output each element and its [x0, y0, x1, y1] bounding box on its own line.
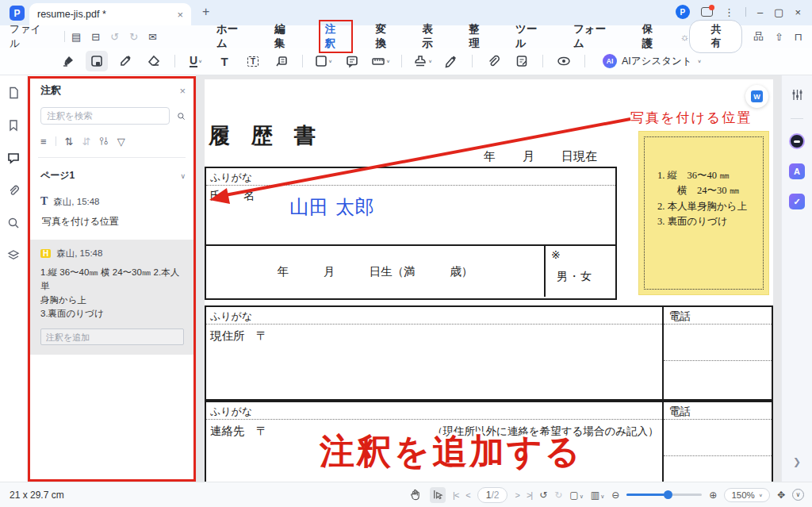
comment-balloon-icon[interactable]	[341, 51, 363, 71]
minimize-button[interactable]: –	[757, 6, 763, 18]
close-button[interactable]: ×	[795, 6, 801, 18]
layers-panel-icon[interactable]	[7, 249, 20, 264]
attachment-icon[interactable]	[482, 51, 504, 71]
ai-tasks-icon[interactable]: ✓	[789, 194, 805, 209]
document-tab[interactable]: resume-jis.pdf * ×	[29, 3, 191, 25]
zoom-slider[interactable]	[626, 494, 702, 496]
hand-tool-icon[interactable]	[407, 487, 423, 503]
comments-panel-icon[interactable]	[7, 152, 20, 167]
previous-page-icon[interactable]: <	[465, 490, 469, 500]
stamp-tool-icon[interactable]: ∨	[412, 51, 434, 71]
pencil-icon[interactable]	[114, 51, 136, 71]
last-page-icon[interactable]: >|	[527, 490, 532, 500]
email-icon[interactable]: ✉	[148, 31, 157, 43]
menu-convert[interactable]: 変換	[373, 21, 400, 52]
share-button[interactable]: 共有	[689, 20, 742, 53]
zoom-level-select[interactable]: 150%∨	[724, 488, 770, 502]
page-number-box[interactable]: 1/2	[477, 487, 508, 503]
menu-comment-active[interactable]: 注釈	[319, 20, 353, 53]
expand-list-icon[interactable]: ≡	[40, 136, 47, 148]
menu-protect[interactable]: 保護	[640, 21, 666, 52]
page-sort-icon[interactable]: ⇵	[82, 136, 91, 148]
comment-body-line: 1.縦 36〜40㎜ 横 24〜30㎜ 2.本人単	[40, 266, 184, 294]
typewriter-text-icon[interactable]: T	[213, 51, 236, 71]
zoom-in-icon[interactable]: ⊕	[709, 490, 717, 501]
collaborate-icon[interactable]: 品	[753, 29, 764, 44]
measure-tool-icon[interactable]: ∨	[370, 51, 392, 71]
ai-chat-icon[interactable]	[789, 133, 805, 149]
typed-name-annotation[interactable]: 山田 太郎	[289, 194, 375, 220]
search-panel-icon[interactable]	[7, 217, 20, 232]
fullscreen-icon[interactable]: ✥	[777, 490, 785, 501]
name-row: 氏 名 山田 太郎	[206, 186, 615, 246]
signature-icon[interactable]	[440, 51, 462, 71]
reading-mode-icon[interactable]: ▥∨	[591, 490, 604, 501]
ai-assistant-button[interactable]: AI AIアシスタント ∨	[603, 54, 702, 68]
convert-to-word-button[interactable]: W	[745, 85, 768, 108]
status-sort-icon[interactable]: ⫯⫰	[99, 135, 108, 148]
thumbnails-panel-icon[interactable]	[7, 86, 20, 102]
comment-item-text[interactable]: T 森山, 15:48 写真を付ける位置	[40, 195, 186, 229]
chevron-right-icon[interactable]: ❯	[793, 456, 801, 467]
cloud-upload-icon[interactable]: ⇧	[775, 31, 783, 43]
panel-close-icon[interactable]: ×	[179, 85, 186, 97]
document-viewport[interactable]: 履 歴 書 年月日現在 ふりがな 氏 名 山田 太郎 年 月 日生（満 歳） ※…	[197, 75, 781, 482]
properties-icon[interactable]	[791, 88, 804, 104]
menu-organize[interactable]: 整理	[466, 21, 492, 52]
collapse-statusbar-icon[interactable]: ∨	[792, 489, 804, 501]
show-hide-annotations-icon[interactable]	[553, 51, 575, 71]
notes-list-icon[interactable]	[511, 51, 533, 71]
next-page-icon[interactable]: >	[515, 490, 519, 500]
menu-home[interactable]: ホーム	[214, 21, 251, 52]
menu-form[interactable]: フォーム	[571, 21, 619, 52]
divider	[38, 157, 186, 158]
more-menu-icon[interactable]: ⋮	[724, 6, 734, 18]
select-tool-icon[interactable]	[430, 487, 446, 503]
photo-highlight-annotation[interactable]: 1. 縦 36〜40 ㎜ 横 24〜30 ㎜ 2. 本人単身胸から上 3. 裏面…	[638, 131, 769, 295]
feedback-icon[interactable]	[701, 7, 713, 17]
menu-view[interactable]: 表示	[419, 21, 446, 52]
highlighter-icon[interactable]	[57, 51, 79, 71]
new-tab-button[interactable]: +	[202, 5, 209, 19]
attachments-panel-icon[interactable]	[7, 184, 20, 199]
account-logo-icon[interactable]: P	[676, 5, 690, 19]
gender-note-mark: ※	[551, 248, 561, 262]
translate-icon[interactable]: A	[789, 163, 805, 179]
callout-icon[interactable]	[270, 51, 293, 71]
divider	[791, 118, 803, 119]
rotate-left-icon[interactable]: ↺	[539, 490, 547, 501]
maximize-button[interactable]: ▢	[774, 6, 783, 18]
sort-icon[interactable]: ⇅	[65, 136, 74, 148]
search-icon[interactable]	[177, 110, 186, 122]
filter-icon[interactable]: ▽	[117, 136, 125, 148]
redo-icon[interactable]: ↻	[129, 31, 138, 43]
divider	[174, 55, 175, 67]
menu-file[interactable]: ファイル	[10, 22, 52, 51]
add-annotation-reply-input[interactable]	[40, 328, 184, 345]
page-layout-icon[interactable]: ▢∨	[569, 490, 583, 501]
collapse-toolbar-icon[interactable]: ⊓	[795, 31, 802, 43]
eraser-icon[interactable]	[143, 51, 165, 71]
underline-tool-icon[interactable]: U∨	[185, 51, 207, 71]
menu-edit[interactable]: 編集	[272, 21, 298, 52]
pdf-page[interactable]: 履 歴 書 年月日現在 ふりがな 氏 名 山田 太郎 年 月 日生（満 歳） ※…	[205, 79, 773, 482]
annotation-search-input[interactable]	[40, 107, 170, 125]
first-page-icon[interactable]: |<	[453, 490, 458, 500]
page-group-header[interactable]: ページ1 ∨	[40, 169, 186, 182]
whats-new-icon[interactable]: ☼	[680, 31, 689, 43]
rotate-right-icon[interactable]: ↻	[554, 490, 562, 501]
tab-close-icon[interactable]: ×	[177, 9, 183, 21]
menu-tools[interactable]: ツール	[513, 21, 550, 52]
save-icon[interactable]: ▤	[71, 31, 81, 43]
bookmarks-panel-icon[interactable]	[7, 119, 20, 134]
sticky-note-tool-icon[interactable]	[86, 51, 108, 71]
chevron-down-icon[interactable]: ∨	[180, 172, 186, 180]
shape-tool-icon[interactable]: ∨	[312, 51, 335, 71]
comment-item-highlight-selected[interactable]: H 森山, 15:48 1.縦 36〜40㎜ 横 24〜30㎜ 2.本人単 身胸…	[30, 240, 193, 355]
photo-position-annotation-text[interactable]: 写真を付ける位置	[630, 109, 752, 127]
zoom-out-icon[interactable]: ⊖	[611, 490, 619, 501]
print-icon[interactable]: ⊟	[91, 31, 100, 43]
text-box-icon[interactable]: T	[242, 51, 264, 71]
undo-icon[interactable]: ↺	[110, 31, 119, 43]
zoom-slider-thumb[interactable]	[664, 490, 672, 499]
